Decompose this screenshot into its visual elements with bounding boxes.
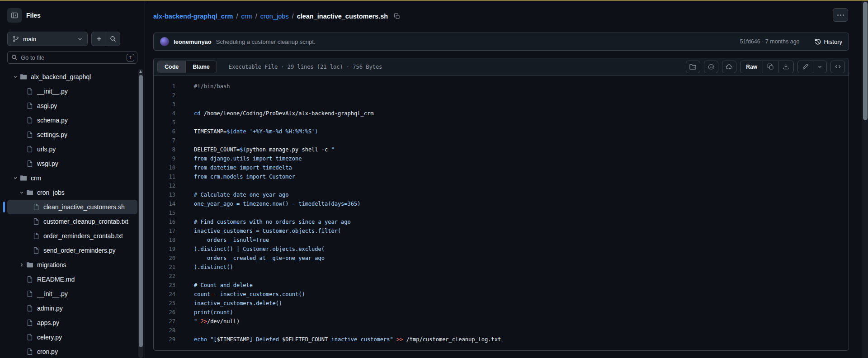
code-line: 12 [154,181,849,190]
line-number[interactable]: 10 [154,165,175,171]
add-file-button[interactable] [92,32,106,46]
tree-item[interactable]: wsgi.py [7,156,137,171]
line-number[interactable]: 7 [154,137,175,144]
code-line-content: " 2>/dev/null) [175,317,240,326]
copilot-button[interactable] [704,61,718,73]
line-number[interactable]: 4 [154,110,175,117]
download-button[interactable] [778,61,793,73]
history-button[interactable]: History [814,38,842,45]
folder-icon [26,189,33,196]
line-number[interactable]: 3 [154,101,175,108]
line-number[interactable]: 9 [154,155,175,162]
tree-item[interactable]: __init__.py [7,84,137,99]
breadcrumb-dir-link[interactable]: cron_jobs [260,13,289,20]
line-number[interactable]: 13 [154,192,175,198]
edit-button[interactable] [798,61,813,73]
branch-name: main [23,36,74,42]
tree-item[interactable]: migrations [7,258,137,272]
tree-item[interactable]: send_order_reminders.py [7,243,137,258]
breadcrumb-repo-link[interactable]: alx-backend-graphql_crm [153,13,233,20]
commit-sha-and-time[interactable]: 51fd646 · 7 months ago [740,38,800,45]
codespaces-button[interactable] [722,61,736,73]
tree-item[interactable]: order_reminders_crontab.txt [7,229,137,243]
code-line-content: orders__isnull=True [175,236,269,245]
line-number[interactable]: 20 [154,255,175,261]
tree-item-label: __init__.py [37,88,68,95]
code-line-content: cd /home/leone/Coding/ProDevAlx/alx-back… [175,109,373,118]
line-number[interactable]: 18 [154,237,175,243]
line-number[interactable]: 14 [154,201,175,207]
line-number[interactable]: 28 [154,327,175,334]
line-number[interactable]: 5 [154,119,175,126]
code-line: 20 orders__created_at__gte=one_year_ago [154,254,849,263]
line-number[interactable]: 23 [154,282,175,288]
tree-item[interactable]: __init__.py [7,287,137,301]
line-number[interactable]: 26 [154,309,175,316]
tree-item[interactable]: cron_jobs [7,185,137,200]
tree-item[interactable]: asgi.py [7,99,137,113]
line-number[interactable]: 8 [154,146,175,153]
tree-item[interactable]: alx_backend_graphql [7,70,137,84]
tree-item[interactable]: urls.py [7,142,137,156]
line-number[interactable]: 2 [154,92,175,99]
tree-item[interactable]: clean_inactive_customers.sh [7,200,137,214]
sidebar-scrollbar-thumb[interactable] [139,75,143,347]
code-line: 2 [154,91,849,100]
line-number[interactable]: 15 [154,210,175,216]
download-icon [783,63,789,70]
line-number[interactable]: 27 [154,318,175,325]
open-workspace-button[interactable] [686,61,700,73]
line-number[interactable]: 29 [154,336,175,343]
tree-item-label: schema.py [37,117,68,124]
page-scrollbar-thumb[interactable] [863,2,868,120]
tab-code[interactable]: Code [158,61,186,73]
line-number[interactable]: 25 [154,300,175,306]
branch-selector[interactable]: main [7,32,88,46]
tree-item[interactable]: README.md [7,272,137,287]
file-icon [26,290,33,297]
tree-item[interactable]: celery.py [7,330,137,344]
line-number[interactable]: 19 [154,246,175,252]
code-blame-switch: Code Blame [157,61,217,73]
line-number[interactable]: 16 [154,219,175,225]
line-number[interactable]: 1 [154,83,175,90]
tree-item[interactable]: settings.py [7,127,137,142]
tree-item[interactable]: customer_cleanup_crontab.txt [7,214,137,229]
file-meta-info: Executable File · 29 lines (21 loc) · 75… [229,64,382,70]
raw-button[interactable]: Raw [741,61,763,73]
line-number[interactable]: 11 [154,174,175,180]
tree-item-label: clean_inactive_customers.sh [43,203,125,211]
line-number[interactable]: 12 [154,183,175,189]
line-number[interactable]: 17 [154,228,175,234]
tree-item-label: asgi.py [37,102,57,109]
breadcrumb: alx-backend-graphql_crm / crm / cron_job… [153,11,849,22]
author-avatar[interactable] [160,37,169,46]
symbols-button[interactable] [830,61,845,73]
more-options-button[interactable] [833,8,848,22]
breadcrumb-dir-link[interactable]: crm [241,13,252,20]
copy-raw-button[interactable] [763,61,778,73]
tree-item[interactable]: apps.py [7,316,137,330]
tree-item[interactable]: crm [7,171,137,185]
tree-item[interactable]: admin.py [7,301,137,316]
line-number[interactable]: 6 [154,128,175,135]
tree-item[interactable]: cron.py [7,344,137,358]
goto-file-input[interactable]: Go to file t [7,51,137,64]
sidebar-scrollbar[interactable] [138,69,143,358]
commit-author[interactable]: leonemunyao [174,38,212,45]
collapse-sidebar-button[interactable] [7,8,22,23]
page-scrollbar[interactable] [862,1,868,358]
line-number[interactable]: 22 [154,273,175,279]
code-line-content: orders__created_at__gte=one_year_ago [175,254,325,263]
search-tree-button[interactable] [106,32,120,46]
copy-path-icon[interactable] [394,13,400,19]
commit-message[interactable]: Scheduling a customer cleanup script. [216,38,736,45]
code-line-content: from crm.models import Customer [175,172,295,181]
tab-blame[interactable]: Blame [186,61,217,73]
edit-dropdown-button[interactable] [813,61,826,73]
tree-item[interactable]: schema.py [7,113,137,127]
line-number[interactable]: 24 [154,291,175,297]
code-line: 13# Calculate date one year ago [154,190,849,199]
line-number[interactable]: 21 [154,264,175,270]
code-line: 21).distinct() [154,263,849,272]
